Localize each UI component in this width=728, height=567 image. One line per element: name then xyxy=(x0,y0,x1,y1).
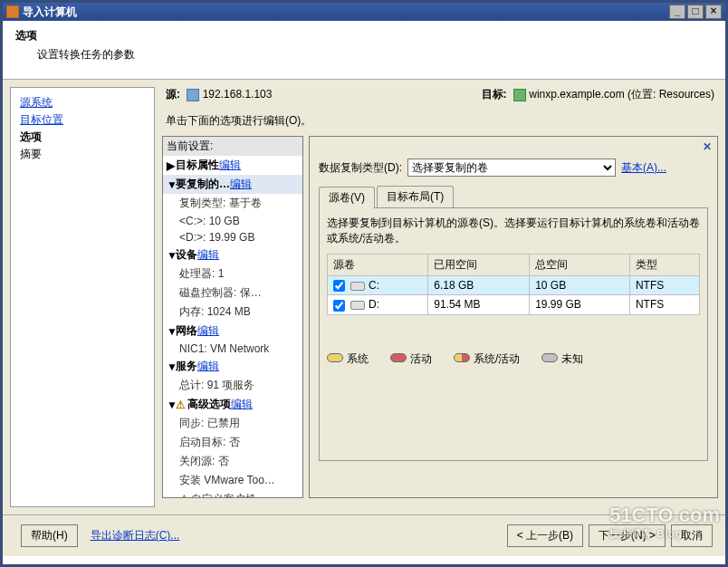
net-nic1: NIC1: VM Network xyxy=(163,341,302,357)
tab-target-layout[interactable]: 目标布局(T) xyxy=(377,186,454,207)
wizard-header: 选项 设置转换任务的参数 xyxy=(3,21,725,80)
table-row[interactable]: C: 6.18 GB 10 GB NTFS xyxy=(328,276,700,295)
adv-boot-target: 启动目标: 否 xyxy=(163,433,302,452)
steps-nav: 源系统 目标位置 选项 摘要 xyxy=(10,87,155,507)
warn-icon: ⚠ xyxy=(176,399,186,411)
legend: 系统 活动 系统/活动 未知 xyxy=(327,351,700,367)
section-devices[interactable]: ▼设备编辑 xyxy=(163,245,302,264)
target-icon xyxy=(513,89,526,101)
close-pane-icon[interactable]: ✕ xyxy=(703,140,712,153)
disk-icon xyxy=(350,301,365,310)
help-button[interactable]: 帮助(H) xyxy=(21,524,78,547)
settings-tree[interactable]: 当前设置: ▶目标属性编辑 ▼要复制的…编辑 复制类型: 基于卷 <C:>: 1… xyxy=(162,136,303,498)
dev-mem: 内存: 1024 MB xyxy=(163,303,302,322)
tab-content: 选择要复制到目标计算机的源卷(S)。选择要运行目标计算机的系统卷和活动卷或系统/… xyxy=(319,207,708,461)
step-summary: 摘要 xyxy=(20,147,145,162)
vol-checkbox-d[interactable] xyxy=(333,300,345,312)
dev-disk: 磁盘控制器: 保… xyxy=(163,284,302,303)
warn-icon: ⚠ xyxy=(179,493,189,498)
work-area: 当前设置: ▶目标属性编辑 ▼要复制的…编辑 复制类型: 基于卷 <C:>: 1… xyxy=(162,136,718,498)
main-area: 源: 192.168.1.103 目标: winxp.example.com (… xyxy=(155,80,725,514)
edit-link[interactable]: 编辑 xyxy=(197,323,219,339)
tabs: 源卷(V) 目标布局(T) 选择要复制到目标计算机的源卷(S)。选择要运行目标计… xyxy=(319,186,708,461)
minimize-button[interactable]: _ xyxy=(669,5,685,19)
section-target-attrs[interactable]: ▶目标属性编辑 xyxy=(163,156,302,175)
instruction-text: 单击下面的选项进行编辑(O)。 xyxy=(166,113,718,129)
next-button[interactable]: 下一步(N) > xyxy=(589,524,666,547)
adv-close-source: 关闭源: 否 xyxy=(163,452,302,471)
wizard-body: 源系统 目标位置 选项 摘要 源: 192.168.1.103 目标: winx… xyxy=(3,80,725,514)
col-source-vol[interactable]: 源卷 xyxy=(328,255,428,276)
vol-checkbox-c[interactable] xyxy=(333,280,345,292)
maximize-button[interactable]: □ xyxy=(687,5,704,19)
copy-c: <C:>: 10 GB xyxy=(163,213,302,229)
app-icon xyxy=(6,5,19,18)
tab-instruction: 选择要复制到目标计算机的源卷(S)。选择要运行目标计算机的系统卷和活动卷或系统/… xyxy=(327,216,700,246)
details-pane: ✕ 数据复制类型(D): 选择要复制的卷 基本(A)... 源卷(V) 目标布局… xyxy=(309,136,718,498)
legend-sysact-icon xyxy=(454,353,470,362)
table-row[interactable]: D: 91.54 MB 19.99 GB NTFS xyxy=(328,295,700,314)
adv-install-tools: 安装 VMware Too… xyxy=(163,471,302,490)
titlebar: 导入计算机 _ □ × xyxy=(3,3,725,21)
back-button[interactable]: < 上一步(B) xyxy=(507,524,583,547)
legend-unknown-icon xyxy=(541,353,558,362)
legend-active-icon xyxy=(390,353,407,362)
step-options: 选项 xyxy=(20,130,145,145)
source-icon xyxy=(187,89,199,101)
disk-icon xyxy=(350,282,365,291)
copy-d: <D:>: 19.99 GB xyxy=(163,229,302,245)
legend-system-icon xyxy=(327,353,343,362)
settings-header: 当前设置: xyxy=(163,137,302,156)
copy-type-select[interactable]: 选择要复制的卷 xyxy=(407,159,616,177)
edit-link[interactable]: 编辑 xyxy=(197,359,219,374)
section-to-copy[interactable]: ▼要复制的…编辑 xyxy=(163,175,302,194)
section-network[interactable]: ▼网络编辑 xyxy=(163,322,302,341)
page-subtitle: 设置转换任务的参数 xyxy=(15,47,713,62)
adv-custom-guest: ⚠自定义客户机… xyxy=(163,490,302,498)
section-services[interactable]: ▼服务编辑 xyxy=(163,357,302,376)
edit-link[interactable]: 编辑 xyxy=(219,158,241,173)
edit-link[interactable]: 编辑 xyxy=(230,177,252,192)
source-label: 源: xyxy=(166,88,180,101)
close-button[interactable]: × xyxy=(705,5,722,19)
col-type[interactable]: 类型 xyxy=(629,255,699,276)
cancel-button[interactable]: 取消 xyxy=(671,524,713,547)
svc-total: 总计: 91 项服务 xyxy=(163,376,302,395)
copy-type-label: 数据复制类型(D): xyxy=(319,160,402,176)
window-title: 导入计算机 xyxy=(23,5,667,20)
wizard-footer: 帮助(H) 导出诊断日志(C)... < 上一步(B) 下一步(N) > 取消 xyxy=(3,514,725,556)
basic-link[interactable]: 基本(A)... xyxy=(621,160,666,176)
step-destination[interactable]: 目标位置 xyxy=(20,112,145,128)
tab-source-volumes[interactable]: 源卷(V) xyxy=(319,187,375,208)
section-advanced[interactable]: ▼⚠高级选项编辑 xyxy=(163,395,302,414)
page-title: 选项 xyxy=(15,28,713,43)
target-value: winxp.example.com (位置: Resources) xyxy=(529,88,714,101)
source-target-bar: 源: 192.168.1.103 目标: winxp.example.com (… xyxy=(162,87,718,108)
copy-type: 复制类型: 基于卷 xyxy=(163,194,302,213)
col-total[interactable]: 总空间 xyxy=(530,255,630,276)
volumes-table: 源卷 已用空间 总空间 类型 C: 6.18 GB 10 xyxy=(327,254,700,315)
source-value: 192.168.1.103 xyxy=(203,88,273,101)
dev-cpu: 处理器: 1 xyxy=(163,264,302,284)
edit-link[interactable]: 编辑 xyxy=(231,397,253,412)
step-source[interactable]: 源系统 xyxy=(20,95,145,111)
target-label: 目标: xyxy=(482,88,507,101)
col-used[interactable]: 已用空间 xyxy=(428,255,530,276)
adv-sync: 同步: 已禁用 xyxy=(163,414,302,433)
export-log-link[interactable]: 导出诊断日志(C)... xyxy=(91,528,180,543)
edit-link[interactable]: 编辑 xyxy=(197,247,219,263)
